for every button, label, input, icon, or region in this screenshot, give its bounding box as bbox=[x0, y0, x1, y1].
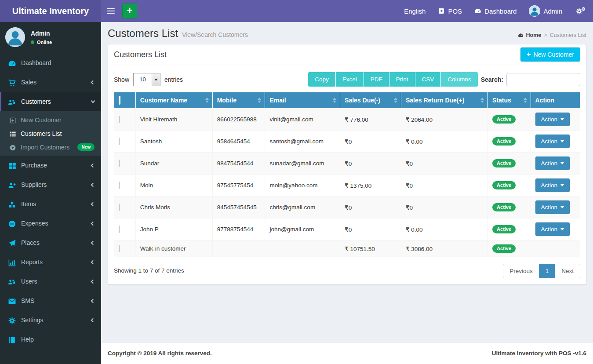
sidebar-item-settings[interactable]: Settings bbox=[0, 310, 101, 330]
sidebar-item-suppliers[interactable]: Suppliers bbox=[0, 175, 101, 194]
action-button[interactable]: Action bbox=[535, 200, 570, 214]
select-all-checkbox[interactable] bbox=[119, 96, 120, 105]
action-button[interactable]: Action bbox=[535, 178, 570, 192]
column-header-sales-due[interactable]: Sales Due(-) bbox=[340, 92, 401, 109]
column-header-status[interactable]: Status bbox=[488, 92, 531, 109]
nav-language[interactable]: English bbox=[398, 0, 432, 22]
action-button[interactable]: Action bbox=[535, 157, 570, 170]
cell-email: john@gmail.com bbox=[265, 218, 340, 240]
table-row: John P 97788754544 john@gmail.com ₹0 ₹ 0… bbox=[114, 218, 580, 240]
new-customer-button[interactable]: + New Customer bbox=[520, 47, 580, 62]
pos-icon bbox=[438, 7, 445, 15]
new-customer-button-label: New Customer bbox=[533, 51, 574, 58]
customers-table: Customer Name Mobile Email Sales Due(-) … bbox=[114, 92, 580, 257]
export-copy-button[interactable]: Copy bbox=[308, 72, 336, 87]
cell-customer-name: Chris Moris bbox=[135, 197, 212, 218]
sidebar-item-users[interactable]: Users bbox=[0, 272, 101, 291]
cell-email: sunadar@gmail.com bbox=[265, 153, 340, 175]
top-navbar: Ultimate Inventory + English POS Dashboa… bbox=[0, 0, 593, 22]
brand-logo[interactable]: Ultimate Inventory bbox=[0, 0, 101, 22]
minus-circle-icon bbox=[8, 220, 16, 227]
row-checkbox[interactable] bbox=[119, 226, 120, 233]
caret-down-icon bbox=[560, 206, 564, 210]
export-print-button[interactable]: Print bbox=[389, 72, 415, 87]
entries-label: entries bbox=[164, 76, 183, 83]
sidebar-item-label: Purchase bbox=[21, 162, 47, 169]
row-checkbox[interactable] bbox=[119, 116, 120, 123]
row-checkbox[interactable] bbox=[119, 245, 120, 252]
table-controls: Show 10 entries Copy Excel PDF Print CSV… bbox=[114, 72, 580, 87]
sidebar-submenu-customers: New Customer Customers List Import Custo… bbox=[0, 111, 101, 156]
paper-plane-icon bbox=[8, 239, 16, 246]
sidebar-toggle-icon[interactable] bbox=[101, 0, 120, 22]
export-csv-button[interactable]: CSV bbox=[415, 72, 441, 87]
cell-mobile: 866022565988 bbox=[212, 109, 265, 131]
columns-button[interactable]: Columns bbox=[441, 72, 477, 87]
search-label: Search: bbox=[481, 76, 503, 83]
export-pdf-button[interactable]: PDF bbox=[364, 72, 389, 87]
nav-pos[interactable]: POS bbox=[432, 0, 468, 22]
action-button[interactable]: Action bbox=[535, 135, 570, 148]
sidebar-item-expenses[interactable]: Expenses bbox=[0, 214, 101, 233]
sort-icon bbox=[524, 98, 527, 103]
sidebar-item-customers[interactable]: Customers bbox=[0, 92, 101, 111]
sidebar-item-customers-list[interactable]: Customers List bbox=[0, 127, 101, 140]
cell-email: vinit@gmail.com bbox=[265, 109, 340, 131]
settings-gears-icon[interactable] bbox=[568, 7, 593, 15]
column-header-label: Sales Return Due(+) bbox=[406, 97, 464, 104]
caret-down-icon bbox=[560, 228, 564, 232]
sidebar-item-dashboard[interactable]: Dashboard bbox=[0, 53, 101, 73]
sidebar-user-status[interactable]: Online bbox=[31, 40, 52, 45]
pagination-page-1[interactable]: 1 bbox=[539, 264, 556, 278]
sidebar-item-places[interactable]: Places bbox=[0, 233, 101, 252]
column-header-sales-return-due[interactable]: Sales Return Due(+) bbox=[401, 92, 487, 109]
row-checkbox[interactable] bbox=[119, 182, 120, 189]
cell-mobile: 845457454545 bbox=[212, 197, 265, 218]
customers-icon bbox=[8, 98, 16, 105]
column-header-customer-name[interactable]: Customer Name bbox=[135, 92, 212, 109]
cell-customer-name: Moin bbox=[135, 175, 212, 197]
action-button[interactable]: Action bbox=[535, 113, 570, 126]
sidebar-item-items[interactable]: Items bbox=[0, 194, 101, 214]
nav-user-menu[interactable]: Admin bbox=[523, 0, 568, 22]
pagination-previous[interactable]: Previous bbox=[503, 264, 539, 278]
table-row: Santosh 9584645454 santosh@gmail.com ₹0 … bbox=[114, 131, 580, 153]
sidebar-item-sales[interactable]: Sales bbox=[0, 73, 101, 92]
sidebar-item-label: Items bbox=[21, 200, 36, 207]
page-length-select[interactable]: 10 bbox=[133, 73, 160, 86]
caret-down-icon bbox=[560, 184, 564, 188]
new-badge: New bbox=[77, 143, 95, 151]
sidebar-item-sms[interactable]: SMS bbox=[0, 291, 101, 310]
cell-sales-return-due: ₹0 bbox=[401, 197, 487, 218]
search-input[interactable] bbox=[506, 73, 580, 86]
action-button-label: Action bbox=[541, 204, 558, 211]
table-row: Sundar 98475454544 sunadar@gmail.com ₹0 … bbox=[114, 153, 580, 175]
caret-down-icon bbox=[560, 162, 564, 166]
chevron-left-icon bbox=[91, 221, 95, 226]
row-checkbox[interactable] bbox=[119, 204, 120, 211]
row-checkbox[interactable] bbox=[119, 138, 120, 145]
sidebar-item-label: Reports bbox=[21, 258, 43, 266]
sidebar-item-purchase[interactable]: Purchase bbox=[0, 156, 101, 175]
column-header-email[interactable]: Email bbox=[265, 92, 340, 109]
cell-email bbox=[265, 240, 340, 257]
sidebar-item-help[interactable]: Help bbox=[0, 330, 101, 349]
action-button[interactable]: Action bbox=[535, 222, 570, 236]
table-header-row: Customer Name Mobile Email Sales Due(-) … bbox=[114, 92, 580, 109]
sidebar-item-new-customer[interactable]: New Customer bbox=[0, 113, 101, 127]
nav-dashboard[interactable]: Dashboard bbox=[468, 0, 523, 22]
sidebar-item-reports[interactable]: Reports bbox=[0, 252, 101, 272]
row-checkbox[interactable] bbox=[119, 160, 120, 167]
pagination-next[interactable]: Next bbox=[555, 264, 580, 278]
quick-add-button[interactable]: + bbox=[122, 4, 137, 18]
cell-mobile: 97788754544 bbox=[212, 218, 265, 240]
th-large-icon bbox=[8, 162, 16, 169]
sidebar-menu: Dashboard Sales Customers New Custome bbox=[0, 53, 101, 349]
breadcrumb-home[interactable]: Home bbox=[526, 32, 542, 38]
sort-icon bbox=[480, 98, 484, 103]
sidebar-item-import-customers[interactable]: Import Customers New bbox=[0, 140, 101, 154]
column-header-mobile[interactable]: Mobile bbox=[212, 92, 265, 109]
sidebar: Admin Online Dashboard Sales Customers bbox=[0, 22, 101, 364]
cell-sales-due: ₹0 bbox=[340, 153, 401, 175]
export-excel-button[interactable]: Excel bbox=[336, 72, 364, 87]
